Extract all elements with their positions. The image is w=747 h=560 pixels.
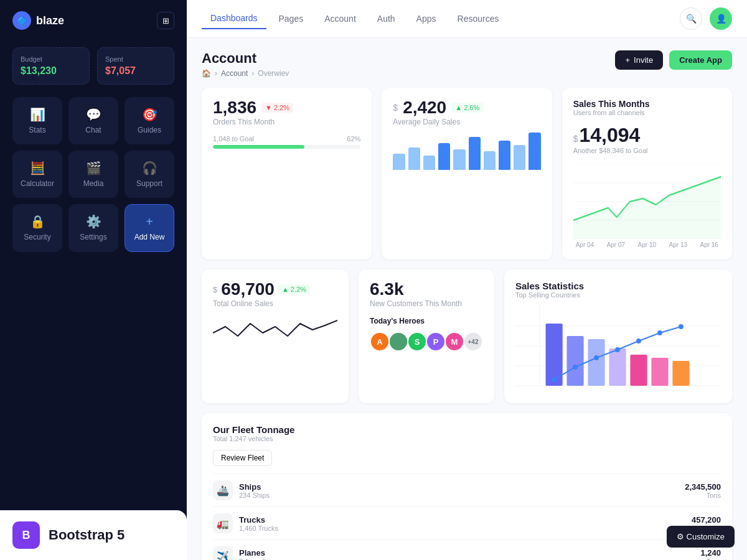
tab-apps[interactable]: Apps: [408, 9, 445, 29]
sales-goal-text: Another $48,346 to Goal: [573, 147, 721, 154]
budget-label: Budget: [21, 55, 82, 63]
main-content: Dashboards Pages Account Auth Apps Resou…: [187, 0, 747, 560]
sidebar-header: 🔷 blaze ⊞: [0, 0, 187, 41]
x-label-1: Apr 04: [576, 241, 594, 248]
hero-count: +42: [463, 332, 483, 352]
sidebar-item-stats-label: Stats: [29, 126, 45, 134]
bootstrap-badge: B Bootstrap 5: [0, 510, 187, 560]
ships-unit: Tons: [685, 492, 721, 499]
sidebar-item-chat[interactable]: 💬 Chat: [68, 97, 118, 144]
svg-point-19: [573, 365, 578, 370]
breadcrumb-account[interactable]: Account: [221, 69, 248, 78]
ships-value: 2,345,500 Tons: [685, 482, 721, 499]
breadcrumb-current: Overwiev: [258, 69, 289, 78]
bar-6: [469, 137, 481, 170]
topnav-right: 🔍 👤: [680, 7, 732, 30]
nav-grid: 📊 Stats 💬 Chat 🎯 Guides 🧮 Calculator 🎬 M…: [0, 97, 187, 258]
budget-section: Budget $13,230 Spent $7,057: [0, 41, 187, 97]
spent-value: $7,057: [105, 65, 166, 77]
hero-avatar-5: M: [444, 332, 464, 352]
content-area: Account 🏠 › Account › Overwiev + Invite …: [187, 38, 747, 560]
review-fleet-button[interactable]: Review Fleet: [213, 450, 272, 466]
heroes-row: A S P M +42: [370, 332, 483, 352]
progress-pct: 62%: [347, 135, 360, 142]
sidebar: 🔷 blaze ⊞ Budget $13,230 Spent $7,057 📊 …: [0, 0, 187, 560]
planes-value: 1,240 Tons: [700, 548, 721, 561]
invite-button[interactable]: + Invite: [615, 50, 663, 70]
sales-month-value: 14,094: [579, 124, 640, 147]
orders-label: Orders This Month: [213, 118, 360, 126]
svg-rect-14: [609, 348, 626, 386]
app-name: blaze: [36, 14, 64, 27]
sidebar-item-settings-label: Settings: [80, 233, 106, 241]
svg-point-18: [552, 377, 557, 382]
sales-month-subtitle: Users from all channels: [573, 109, 721, 116]
tab-auth[interactable]: Auth: [369, 9, 404, 29]
spent-label: Spent: [105, 55, 166, 63]
media-icon: 🎬: [86, 161, 101, 175]
sidebar-item-media[interactable]: 🎬 Media: [68, 151, 118, 198]
ships-num: 2,345,500: [685, 482, 721, 492]
tab-dashboards[interactable]: Dashboards: [202, 8, 266, 29]
budget-card: Budget $13,230: [12, 47, 90, 85]
trucks-name: Trucks: [239, 515, 692, 525]
online-sales-card: $ 69,700 ▲ 2.2% Total Online Sales: [202, 269, 349, 403]
bar-5: [453, 149, 465, 170]
svg-point-24: [679, 324, 684, 329]
sales-stats-card: Sales Statistics Top Selling Countries: [504, 269, 732, 403]
hero-avatar-2: [388, 332, 408, 352]
breadcrumb-sep1: ›: [215, 69, 217, 78]
calculator-icon: 🧮: [30, 161, 45, 175]
fleet-title: Our Fleet Tonnage: [213, 424, 721, 435]
fleet-item-ships: 🚢 Ships 234 Ships 2,345,500 Tons: [213, 474, 721, 506]
bar-2: [408, 147, 420, 170]
spent-card: Spent $7,057: [97, 47, 174, 85]
header-actions: + Invite Create App: [615, 50, 732, 70]
sales-month-card: Sales This Months Users from all channel…: [562, 88, 732, 259]
wavy-chart-svg: [213, 314, 337, 352]
sidebar-item-media-label: Media: [83, 179, 104, 188]
sidebar-item-security[interactable]: 🔒 Security: [12, 204, 62, 252]
bar-10: [529, 133, 540, 170]
heroes-title: Today's Heroes: [370, 317, 483, 325]
line-chart-svg: [573, 164, 721, 239]
hero-avatar-1: A: [370, 332, 390, 352]
nav-links: Dashboards Pages Account Auth Apps Resou…: [202, 8, 507, 29]
sidebar-item-stats[interactable]: 📊 Stats: [12, 97, 62, 144]
tab-resources[interactable]: Resources: [449, 9, 508, 29]
daily-value: 2,420: [403, 99, 446, 116]
user-avatar[interactable]: 👤: [710, 7, 732, 30]
page-title: Account: [202, 50, 289, 67]
daily-chart: [393, 126, 540, 170]
daily-sales-card: $ 2,420 ▲ 2.6% Average Daily Sales: [382, 88, 552, 259]
planes-icon: ✈️: [213, 546, 233, 560]
second-row: $ 69,700 ▲ 2.2% Total Online Sales 6.3k …: [202, 269, 732, 403]
sidebar-menu-button[interactable]: ⊞: [157, 12, 174, 29]
tab-pages[interactable]: Pages: [270, 9, 312, 29]
create-app-button[interactable]: Create App: [669, 50, 732, 70]
tab-account[interactable]: Account: [316, 9, 365, 29]
sidebar-item-calculator-label: Calculator: [21, 179, 54, 188]
fleet-section: Our Fleet Tonnage Total 1,247 vehicles R…: [202, 413, 732, 560]
bar-1: [393, 154, 405, 170]
support-icon: 🎧: [142, 161, 157, 175]
fleet-info-trucks: Trucks 1,460 Trucks: [239, 515, 692, 532]
sidebar-item-support[interactable]: 🎧 Support: [125, 151, 174, 198]
customize-button[interactable]: ⚙ Customize: [667, 526, 735, 548]
sales-month-title: Sales This Months: [573, 99, 721, 109]
sales-line-chart: [573, 164, 721, 239]
svg-point-23: [657, 330, 662, 335]
sales-stats-subtitle: Top Selling Countries: [515, 291, 721, 299]
sales-stats-chart: [515, 305, 721, 392]
invite-plus-icon: +: [625, 55, 630, 65]
online-label: Total Online Sales: [213, 299, 337, 308]
sidebar-item-guides[interactable]: 🎯 Guides: [125, 97, 174, 144]
search-button[interactable]: 🔍: [680, 7, 702, 30]
sidebar-item-add-new[interactable]: + Add New: [125, 204, 174, 252]
sidebar-item-settings[interactable]: ⚙️ Settings: [68, 204, 118, 252]
add-new-icon: +: [146, 215, 153, 229]
bootstrap-label: Bootstrap 5: [49, 527, 125, 543]
svg-point-20: [594, 355, 599, 360]
breadcrumb-sep2: ›: [251, 69, 254, 78]
sidebar-item-calculator[interactable]: 🧮 Calculator: [12, 151, 62, 198]
